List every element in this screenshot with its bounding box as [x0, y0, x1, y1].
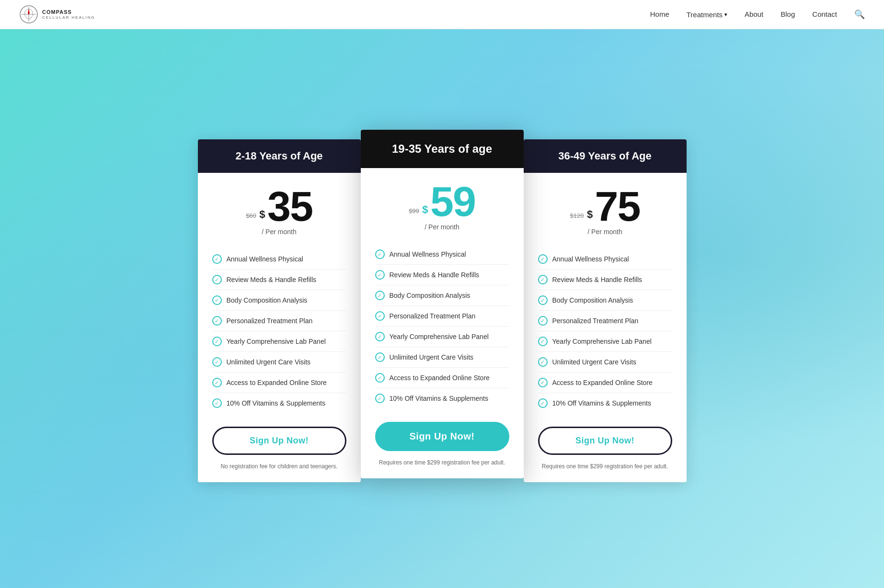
logo[interactable]: COMPASS CELLULAR HEALING [19, 5, 95, 24]
check-icon: ✓ [375, 270, 385, 280]
feature-item: ✓ Personalized Treatment Plan [375, 306, 509, 327]
nav-blog[interactable]: Blog [781, 10, 795, 19]
nav-treatments[interactable]: Treatments [687, 11, 727, 19]
signup-button[interactable]: Sign Up Now! [538, 427, 672, 455]
card-body: $120 $ 75 / Per month ✓ Annual Wellness … [524, 173, 687, 482]
card-footnote: Requires one time $299 registration fee … [538, 463, 672, 471]
check-icon: ✓ [375, 249, 385, 259]
feature-label: Annual Wellness Physical [227, 255, 303, 263]
feature-label: Unlimited Urgent Care Visits [227, 358, 311, 366]
feature-item: ✓ Review Meds & Handle Refills [538, 270, 672, 290]
feature-item: ✓ Review Meds & Handle Refills [212, 270, 346, 290]
pricing-card-plan-child: 2-18 Years of Age $60 $ 35 / Per month ✓… [198, 139, 361, 482]
check-icon: ✓ [538, 378, 548, 387]
nav-home-link[interactable]: Home [650, 10, 669, 18]
nav-about[interactable]: About [745, 10, 763, 19]
nav-treatments-link[interactable]: Treatments [687, 11, 723, 19]
logo-icon [19, 5, 38, 24]
check-icon: ✓ [375, 394, 385, 403]
hero-section: 2-18 Years of Age $60 $ 35 / Per month ✓… [0, 29, 884, 588]
check-icon: ✓ [538, 254, 548, 264]
card-body: $99 $ 59 / Per month ✓ Annual Wellness P… [361, 168, 524, 478]
check-icon: ✓ [375, 332, 385, 341]
feature-label: Yearly Comprehensive Lab Panel [227, 338, 326, 345]
price-number: 59 [430, 178, 475, 225]
check-icon: ✓ [212, 275, 222, 284]
pricing-card-plan-young-adult: 19-35 Years of age $99 $ 59 / Per month … [361, 130, 524, 478]
feature-label: Personalized Treatment Plan [552, 317, 639, 325]
check-icon: ✓ [538, 357, 548, 367]
feature-item: ✓ Body Composition Analysis [375, 285, 509, 306]
check-icon: ✓ [375, 291, 385, 300]
nav-contact-link[interactable]: Contact [812, 10, 837, 18]
feature-label: 10% Off Vitamins & Supplements [552, 399, 651, 407]
check-icon: ✓ [212, 357, 222, 367]
feature-label: Body Composition Analysis [390, 292, 471, 299]
feature-label: Review Meds & Handle Refills [227, 276, 317, 283]
signup-button[interactable]: Sign Up Now! [212, 427, 346, 455]
feature-item: ✓ Yearly Comprehensive Lab Panel [212, 331, 346, 352]
nav-contact[interactable]: Contact [812, 10, 837, 19]
nav-blog-link[interactable]: Blog [781, 10, 795, 18]
price-display: $60 $ 35 [212, 187, 346, 225]
price-period: / Per month [212, 228, 346, 236]
feature-item: ✓ Unlimited Urgent Care Visits [212, 352, 346, 373]
price-number: 75 [595, 182, 640, 230]
features-list: ✓ Annual Wellness Physical ✓ Review Meds… [375, 244, 509, 408]
price-section: $99 $ 59 / Per month [375, 182, 509, 231]
feature-item: ✓ Unlimited Urgent Care Visits [538, 352, 672, 373]
price-currency: $ [259, 208, 265, 220]
nav-search-item[interactable]: 🔍 [854, 9, 865, 20]
nav-home[interactable]: Home [650, 10, 669, 19]
feature-item: ✓ Unlimited Urgent Care Visits [375, 347, 509, 368]
feature-item: ✓ Body Composition Analysis [538, 290, 672, 311]
pricing-card-plan-adult: 36-49 Years of Age $120 $ 75 / Per month… [524, 139, 687, 482]
feature-label: 10% Off Vitamins & Supplements [227, 399, 325, 407]
check-icon: ✓ [212, 378, 222, 387]
feature-item: ✓ Access to Expanded Online Store [212, 373, 346, 393]
price-section: $60 $ 35 / Per month [212, 187, 346, 236]
feature-item: ✓ Annual Wellness Physical [212, 249, 346, 270]
feature-item: ✓ Annual Wellness Physical [375, 244, 509, 265]
price-currency: $ [422, 204, 428, 215]
price-display: $120 $ 75 [538, 187, 672, 225]
check-icon: ✓ [538, 275, 548, 284]
feature-item: ✓ Review Meds & Handle Refills [375, 265, 509, 285]
check-icon: ✓ [538, 316, 548, 326]
feature-item: ✓ Annual Wellness Physical [538, 249, 672, 270]
feature-label: Review Meds & Handle Refills [552, 276, 643, 283]
pricing-container: 2-18 Years of Age $60 $ 35 / Per month ✓… [179, 130, 706, 492]
card-header: 2-18 Years of Age [198, 139, 361, 173]
card-body: $60 $ 35 / Per month ✓ Annual Wellness P… [198, 173, 361, 482]
feature-label: Annual Wellness Physical [552, 255, 629, 263]
check-icon: ✓ [212, 295, 222, 305]
price-old: $99 [409, 207, 419, 215]
feature-item: ✓ Personalized Treatment Plan [212, 311, 346, 331]
price-period: / Per month [375, 223, 509, 231]
check-icon: ✓ [212, 398, 222, 408]
price-old: $60 [246, 212, 256, 219]
price-old: $120 [570, 212, 584, 219]
feature-item: ✓ 10% Off Vitamins & Supplements [212, 393, 346, 413]
feature-label: Unlimited Urgent Care Visits [390, 353, 474, 361]
search-icon[interactable]: 🔍 [854, 10, 865, 19]
feature-label: Unlimited Urgent Care Visits [552, 358, 637, 366]
nav-about-link[interactable]: About [745, 10, 763, 18]
feature-label: Personalized Treatment Plan [390, 312, 476, 320]
feature-label: Personalized Treatment Plan [227, 317, 313, 325]
feature-item: ✓ Body Composition Analysis [212, 290, 346, 311]
check-icon: ✓ [375, 311, 385, 321]
features-list: ✓ Annual Wellness Physical ✓ Review Meds… [212, 249, 346, 413]
feature-label: Yearly Comprehensive Lab Panel [552, 338, 652, 345]
check-icon: ✓ [538, 295, 548, 305]
feature-label: Body Composition Analysis [227, 296, 308, 304]
card-header: 19-35 Years of age [361, 130, 524, 168]
card-footnote: No registration fee for children and tee… [212, 463, 346, 471]
card-header: 36-49 Years of Age [524, 139, 687, 173]
logo-subtitle: CELLULAR HEALING [42, 15, 95, 20]
logo-name: COMPASS [42, 9, 95, 15]
feature-label: Annual Wellness Physical [390, 250, 466, 258]
feature-item: ✓ Yearly Comprehensive Lab Panel [375, 327, 509, 347]
signup-button[interactable]: Sign Up Now! [375, 422, 509, 451]
feature-item: ✓ Access to Expanded Online Store [538, 373, 672, 393]
